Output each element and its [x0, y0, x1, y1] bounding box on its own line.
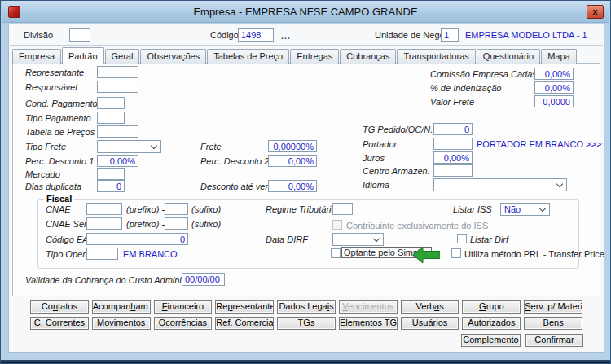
tab-tabelas-de-preco[interactable]: Tabelas de Preço — [207, 49, 289, 64]
button-representantes[interactable]: Representantes — [215, 300, 274, 314]
centro-armazen-input[interactable] — [433, 164, 473, 177]
optante-simples-checkbox[interactable] — [331, 248, 341, 258]
validade-input[interactable] — [182, 273, 225, 286]
perc-desconto1-input[interactable] — [97, 155, 138, 167]
divisao-label: Divisão — [24, 30, 53, 40]
button-bens[interactable]: Bens — [524, 317, 582, 330]
tab-transportadoras[interactable]: Transportadoras — [397, 49, 475, 64]
dias-duplicata-label: Dias duplicata — [25, 182, 81, 191]
listar-dirf-label: Listar Dirf — [470, 235, 508, 244]
button-confirmar[interactable]: Confirmar — [525, 334, 583, 347]
window-title: Empresa - EMPRESA NFSE CAMPO GRANDE — [2, 6, 609, 18]
button-contatos[interactable]: Contatos — [30, 300, 89, 314]
tabela-precos-input[interactable] — [97, 125, 138, 138]
tab-questionario[interactable]: Questionário — [477, 49, 540, 64]
button-grupo[interactable]: Grupo — [462, 300, 521, 314]
dias-duplicata-input[interactable] — [97, 180, 125, 192]
tipo-pagamento-input[interactable] — [97, 112, 125, 124]
portador-input[interactable] — [433, 138, 473, 150]
cnae-servico-prefix-input[interactable] — [86, 217, 122, 230]
tab-mapa[interactable]: Mapa — [541, 49, 577, 64]
cnae-prefix-input[interactable] — [86, 203, 122, 215]
frete-label: Frete — [200, 142, 222, 151]
button-verbas[interactable]: Verbas — [401, 300, 459, 314]
button-ref-comerciais[interactable]: Ref. Comerciais — [215, 317, 274, 330]
button-autorizados[interactable]: Autorizados — [462, 317, 521, 330]
tab-cobrancas[interactable]: Cobranças — [340, 49, 396, 64]
button-movimentos[interactable]: Movimentos — [92, 317, 151, 330]
tg-pedido-input[interactable] — [433, 123, 473, 135]
button-serv-material[interactable]: Serv. p/ Material — [524, 300, 582, 314]
tg-pedido-label: TG Pedido/OC/N.F. — [363, 125, 440, 134]
listar-dirf-checkbox[interactable] — [457, 234, 467, 243]
chevron-down-icon — [151, 143, 157, 149]
regime-tributario-input[interactable] — [332, 203, 353, 215]
chevron-down-icon — [539, 205, 546, 212]
indenizacao-input[interactable] — [534, 81, 574, 94]
fiscal-title: Fiscal — [44, 194, 74, 204]
button-acompanham[interactable]: Acompanham. — [92, 300, 151, 314]
button-dados-legais[interactable]: Dados Legais — [277, 300, 336, 314]
tab-geral[interactable]: Geral — [105, 49, 140, 64]
tipo-operacao-input[interactable] — [86, 248, 118, 260]
button-row-2: C. Correntes Movimentos Ocorrências Ref.… — [30, 317, 582, 330]
divisao-input[interactable] — [69, 28, 90, 42]
responsavel-label: Responsável — [25, 82, 77, 92]
cnae-prefix-caption: (prefixo) - — [126, 204, 165, 214]
mercado-input[interactable] — [97, 168, 125, 180]
centro-armazen-label: Centro Armazen. — [363, 166, 430, 176]
tab-padrao[interactable]: Padrão — [62, 47, 103, 64]
listar-iss-value: Não — [504, 204, 521, 214]
listar-iss-select[interactable]: Não — [500, 203, 550, 216]
button-c-correntes[interactable]: C. Correntes — [30, 317, 89, 330]
button-financeiro[interactable]: Financeiro — [154, 300, 213, 314]
codigo-browse-button[interactable]: ... — [281, 31, 291, 41]
perc-desconto2-input[interactable] — [268, 155, 317, 167]
contribuinte-iss-checkbox — [332, 220, 342, 230]
cond-pagamento-label: Cond. Pagamento — [25, 99, 98, 108]
cnae-suffix-input[interactable] — [165, 203, 188, 215]
cnae-suffix-caption: (sufixo) — [191, 204, 221, 214]
valor-frete-input[interactable] — [534, 95, 574, 107]
codigo-label: Código — [210, 30, 239, 40]
button-elementos-tg[interactable]: Elementos TG — [339, 317, 398, 330]
contribuinte-iss-label: Contribuinte exclusivamente do ISS — [346, 221, 488, 230]
desconto-ate-venc-input[interactable] — [268, 180, 317, 192]
data-dirf-label: Data DIRF — [266, 235, 308, 244]
tab-entregas[interactable]: Entregas — [290, 49, 339, 64]
cnae-servico-suffix-input[interactable] — [165, 217, 188, 230]
cnae-servico-suffix-caption: (sufixo) — [191, 219, 221, 229]
comissao-input[interactable] — [534, 68, 574, 80]
idioma-select[interactable] — [433, 178, 567, 191]
green-arrow-icon — [413, 247, 440, 266]
perc-desconto2-label: Perc. Desconto 2 — [200, 156, 269, 166]
valor-frete-label: Valor Frete — [430, 97, 474, 107]
listar-iss-label: Listar ISS — [453, 204, 492, 214]
portador-note: PORTADOR EM BRANCO >>>: — [477, 139, 604, 149]
data-dirf-select[interactable] — [332, 233, 384, 246]
button-complemento[interactable]: Complemento — [461, 334, 521, 347]
utiliza-prl-label: Utiliza método PRL - Transfer Price — [464, 249, 604, 259]
button-row-1: Contatos Acompanham. Financeiro Represen… — [30, 300, 582, 314]
tab-observacoes[interactable]: Observações — [140, 49, 206, 64]
responsavel-input[interactable] — [97, 81, 138, 93]
close-icon[interactable]: x — [587, 5, 604, 19]
button-usuarios[interactable]: Usuários — [401, 317, 459, 330]
cond-pagamento-input[interactable] — [97, 97, 125, 109]
tipo-frete-select[interactable] — [97, 140, 161, 153]
tabela-precos-label: Tabela de Preços — [25, 127, 95, 137]
empresa-dialog: Empresa - EMPRESA NFSE CAMPO GRANDE x Di… — [0, 0, 611, 364]
button-tgs[interactable]: TGs — [277, 317, 336, 330]
tab-empresa[interactable]: Empresa — [12, 49, 61, 64]
codigo-input[interactable] — [238, 28, 274, 42]
unidade-input[interactable] — [441, 28, 459, 42]
frete-input[interactable] — [268, 140, 317, 152]
button-ocorrencias[interactable]: Ocorrências — [154, 317, 213, 330]
codigo-ean-input[interactable] — [86, 233, 188, 245]
utiliza-prl-checkbox[interactable] — [451, 248, 461, 258]
window-bottom-edge — [1, 360, 610, 363]
representante-input[interactable] — [97, 66, 138, 78]
title-bar[interactable]: Empresa - EMPRESA NFSE CAMPO GRANDE x — [2, 1, 609, 23]
juros-input[interactable] — [433, 151, 473, 164]
unidade-desc: EMPRESA MODELO LTDA - 1 — [465, 30, 587, 40]
